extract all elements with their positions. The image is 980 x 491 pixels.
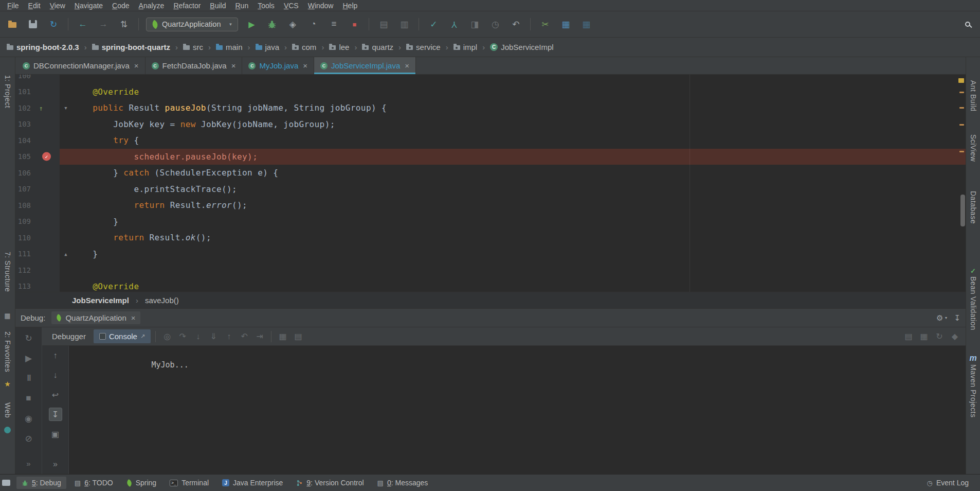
mute-breakpoints-icon[interactable]: ⊘: [22, 432, 35, 445]
resume-icon[interactable]: ▶: [22, 352, 35, 365]
scrollbar-thumb[interactable]: [960, 195, 965, 226]
breadcrumb-item[interactable]: spring-boot-2.0.3: [5, 41, 81, 53]
toolwindow-maven-projects[interactable]: Maven Projects: [969, 364, 977, 417]
fold-marker[interactable]: ▴: [60, 246, 72, 262]
more-actions-icon[interactable]: »: [22, 457, 35, 470]
restore-layout-icon[interactable]: ▤: [902, 330, 915, 343]
show-execution-point-icon[interactable]: ◎: [160, 330, 174, 343]
step-over-icon[interactable]: ↷: [176, 330, 189, 343]
close-icon[interactable]: ×: [231, 61, 236, 70]
menu-item-vcs[interactable]: VCS: [279, 1, 303, 10]
scroll-to-end-icon[interactable]: ↧: [49, 408, 62, 421]
force-step-into-icon[interactable]: ⇓: [207, 330, 220, 343]
deploy-icon[interactable]: ▥: [397, 17, 411, 31]
fold-marker[interactable]: [60, 230, 72, 246]
back-icon[interactable]: ←: [76, 17, 90, 31]
scratch-file-icon[interactable]: ✂: [538, 17, 552, 31]
memory-view-icon[interactable]: ▦: [917, 330, 931, 343]
statusbar-terminal[interactable]: >_ Terminal: [165, 477, 214, 489]
debug-session-tab[interactable]: QuartzApplication ×: [51, 311, 140, 324]
close-icon[interactable]: ×: [405, 61, 409, 70]
gutter[interactable]: 103: [15, 116, 60, 133]
close-icon[interactable]: ×: [134, 61, 139, 70]
undo-icon[interactable]: ↶: [509, 17, 523, 31]
evaluate-expression-icon[interactable]: ▦: [276, 330, 289, 343]
fold-marker[interactable]: [60, 197, 72, 214]
toolwindow-favorites[interactable]: 2: Favorites: [4, 331, 12, 372]
tab-dbconnectionmanager[interactable]: C DBConnectionManager.java ×: [16, 57, 146, 74]
fold-marker[interactable]: [60, 84, 72, 100]
view-breakpoints-icon[interactable]: ◉: [22, 412, 35, 425]
override-marker-icon[interactable]: ↑: [39, 104, 43, 112]
run-to-cursor-icon[interactable]: ⇥: [253, 330, 266, 343]
breadcrumb-item[interactable]: lee: [328, 41, 351, 53]
statusbar-debug[interactable]: 5: Debug: [16, 477, 66, 489]
tab-fetchdatajob[interactable]: C FetchDataJob.java ×: [146, 57, 243, 74]
gutter[interactable]: 104: [15, 132, 60, 149]
stop-icon[interactable]: ■: [347, 17, 361, 31]
fold-marker[interactable]: [60, 75, 72, 84]
web-icon[interactable]: [4, 427, 11, 433]
hide-panel-icon[interactable]: ↧: [954, 313, 960, 323]
breadcrumb-method[interactable]: saveJob(): [145, 296, 179, 305]
gutter[interactable]: 111: [15, 246, 60, 262]
menu-item-help[interactable]: Help: [338, 1, 362, 10]
gutter[interactable]: 112: [15, 262, 60, 278]
menu-item-refactor[interactable]: Refactor: [169, 1, 205, 10]
breadcrumb-item[interactable]: impl: [452, 41, 479, 53]
toolwindow-ant-build[interactable]: Ant Build: [969, 80, 977, 112]
menu-item-tools[interactable]: Tools: [253, 1, 279, 10]
run-icon[interactable]: ▶: [244, 17, 259, 31]
vcs-branch-icon[interactable]: Y: [447, 17, 461, 31]
editor[interactable]: 100101 @Override102↑▾ public Result paus…: [15, 75, 966, 292]
toolwindow-project[interactable]: 1: Project: [4, 75, 12, 108]
breadcrumb-item[interactable]: quartz: [360, 41, 395, 53]
table-view-icon[interactable]: ▦: [579, 17, 593, 31]
gutter[interactable]: 105✓: [15, 149, 60, 165]
shelve-icon[interactable]: ◨: [467, 17, 482, 31]
up-stack-trace-icon[interactable]: ↑: [49, 349, 62, 362]
breadcrumb-item[interactable]: src: [182, 41, 205, 53]
sort-lines-icon[interactable]: ⇅: [117, 17, 131, 31]
tab-myjob[interactable]: C MyJob.java ×: [242, 57, 314, 74]
fold-marker[interactable]: [60, 262, 72, 278]
tab-console[interactable]: Console ↗: [94, 329, 151, 343]
console-output-options-icon[interactable]: ↗: [140, 333, 145, 340]
fold-marker[interactable]: [60, 116, 72, 133]
event-log[interactable]: ◷ Event Log: [922, 477, 974, 489]
debug-icon[interactable]: [265, 17, 279, 31]
menu-item-run[interactable]: Run: [230, 1, 253, 10]
breadcrumb-item[interactable]: java: [254, 41, 281, 53]
gutter[interactable]: 100: [15, 75, 60, 84]
soft-wrap-icon[interactable]: ↩: [49, 388, 62, 401]
tab-jobserviceimpl[interactable]: C JobServiceImpl.java ×: [314, 57, 416, 74]
layout-settings-icon[interactable]: ▤: [292, 330, 305, 343]
settings-gear-icon[interactable]: ⚙ ▼: [936, 313, 948, 323]
toolwindow-database[interactable]: Database: [969, 191, 977, 224]
menu-item-analyze[interactable]: Analyze: [134, 1, 169, 10]
close-icon[interactable]: ×: [131, 313, 136, 322]
fold-marker[interactable]: [60, 132, 72, 149]
captures-icon[interactable]: ▦: [4, 312, 10, 319]
step-into-icon[interactable]: ↓: [191, 330, 205, 343]
toolwindow-web[interactable]: Web: [4, 402, 12, 418]
breadcrumb-item[interactable]: com: [291, 41, 318, 53]
synchronize-icon[interactable]: ↻: [46, 17, 61, 31]
data-grid-icon[interactable]: ▦: [558, 17, 573, 31]
menu-item-file[interactable]: File: [3, 1, 24, 10]
pause-icon[interactable]: ‖: [22, 372, 35, 385]
save-all-icon[interactable]: [26, 17, 40, 31]
statusbar-todo[interactable]: ▤ 6: TODO: [69, 477, 118, 489]
run-dashboard-icon[interactable]: ≡: [326, 17, 341, 31]
gutter[interactable]: 110: [15, 230, 60, 246]
fold-marker[interactable]: ▾: [60, 100, 72, 116]
statusbar-spring[interactable]: Spring: [121, 477, 161, 489]
breadcrumb-item[interactable]: main: [214, 41, 244, 53]
history-icon[interactable]: ◷: [488, 17, 502, 31]
drop-frame-icon[interactable]: ↶: [238, 330, 251, 343]
stop-icon[interactable]: ■: [22, 392, 35, 405]
statusbar-version-control[interactable]: 9: Version Control: [291, 477, 369, 489]
toolwindow-sciview[interactable]: SciView: [969, 134, 977, 162]
menu-item-code[interactable]: Code: [107, 1, 134, 10]
fold-marker[interactable]: [60, 149, 72, 165]
